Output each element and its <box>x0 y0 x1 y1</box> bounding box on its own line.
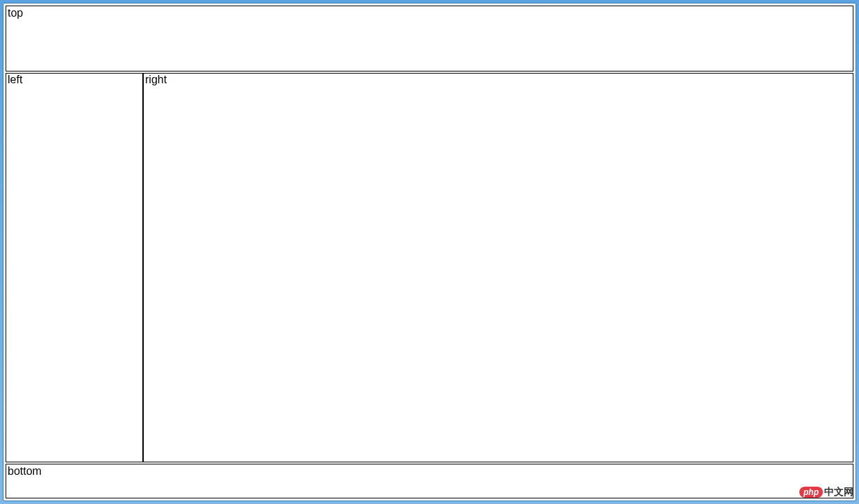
watermark-text: 中文网 <box>824 486 853 498</box>
right-panel: right <box>143 73 853 462</box>
bottom-panel-label: bottom <box>8 465 42 477</box>
right-panel-label: right <box>145 74 167 85</box>
window-frame: top left right bottom <box>3 3 856 501</box>
top-panel: top <box>6 6 853 72</box>
left-panel-label: left <box>8 74 22 85</box>
left-panel: left <box>6 73 143 462</box>
watermark: php 中文网 <box>799 486 853 498</box>
middle-row: left right <box>6 73 853 462</box>
watermark-badge: php <box>799 487 823 498</box>
bottom-panel: bottom <box>6 464 853 498</box>
top-panel-label: top <box>8 7 23 19</box>
